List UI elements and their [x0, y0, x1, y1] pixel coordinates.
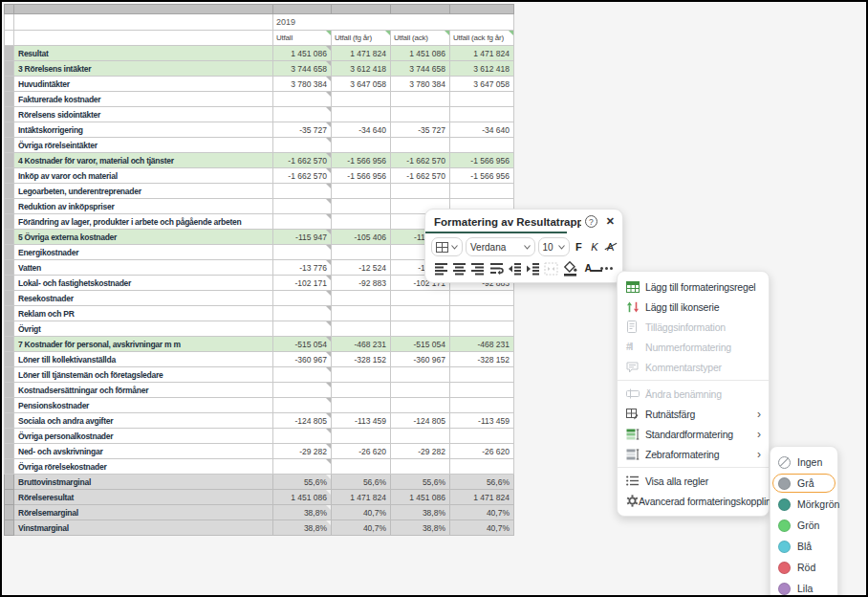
row-label[interactable]: Vatten: [14, 260, 273, 276]
cell-value[interactable]: -26 620: [450, 444, 514, 459]
cell-value[interactable]: 40,7%: [450, 505, 514, 520]
cell-value[interactable]: [391, 306, 450, 321]
row-label[interactable]: Reduktion av inköpspriser: [14, 199, 273, 214]
menu-item-visa-alla-regler[interactable]: Visa alla regler: [618, 471, 769, 491]
cell-value[interactable]: -1 566 956: [450, 168, 514, 184]
border-style-dropdown[interactable]: [431, 237, 463, 256]
row-gutter[interactable]: [5, 168, 14, 184]
menu-item-standardformatering[interactable]: Standardformatering›: [618, 424, 769, 444]
row-gutter[interactable]: [5, 92, 14, 107]
cell-value[interactable]: [391, 291, 450, 306]
cell-value[interactable]: -102 171: [273, 276, 332, 291]
align-right-button[interactable]: [469, 260, 486, 276]
column-header-3[interactable]: Utfall (ack): [391, 31, 450, 46]
cell-value[interactable]: 3 780 384: [391, 77, 450, 92]
cell-value[interactable]: -113 459: [450, 413, 514, 429]
row-label[interactable]: Rörelsens sidointäkter: [14, 107, 273, 122]
cell-value[interactable]: 40,7%: [450, 520, 514, 536]
cell-value[interactable]: -35 727: [273, 122, 332, 138]
cell-value[interactable]: [273, 321, 332, 337]
cell-value[interactable]: [273, 291, 332, 306]
cell-value[interactable]: -328 152: [332, 352, 391, 367]
row-label[interactable]: Övriga rörelsekostnader: [14, 459, 273, 475]
menu-item-lagg-till-ikonserie[interactable]: Lägg till ikonserie: [618, 297, 769, 317]
cell-value[interactable]: -1 662 570: [391, 153, 450, 168]
row-gutter[interactable]: [5, 14, 14, 31]
cell-value[interactable]: 3 744 658: [391, 61, 450, 77]
cell-value[interactable]: [391, 138, 450, 153]
cell-value[interactable]: 55,6%: [273, 475, 332, 490]
row-gutter[interactable]: [5, 77, 14, 92]
year-header-cell[interactable]: 2019: [273, 14, 514, 31]
cell-value[interactable]: -1 566 956: [332, 168, 391, 184]
cell-value[interactable]: [332, 184, 391, 199]
column-header-4[interactable]: Utfall (ack fg år): [450, 31, 514, 46]
cell-value[interactable]: [450, 291, 514, 306]
cell-value[interactable]: 56,6%: [332, 475, 391, 490]
row-gutter[interactable]: [5, 230, 14, 245]
cell-value[interactable]: 55,6%: [391, 475, 450, 490]
row-gutter[interactable]: [5, 413, 14, 429]
color-option-gra[interactable]: Grå: [770, 473, 837, 494]
row-label[interactable]: 7 Kostnader för personal, avskrivningar …: [14, 337, 273, 352]
cell-value[interactable]: [391, 459, 450, 475]
column-header-2[interactable]: Utfall (fg år): [332, 31, 391, 46]
cell-value[interactable]: [273, 429, 332, 444]
row-gutter[interactable]: [5, 291, 14, 306]
cell-value[interactable]: [391, 321, 450, 337]
cell-value[interactable]: -360 967: [273, 352, 332, 367]
cell-value[interactable]: [391, 383, 450, 398]
row-gutter[interactable]: [5, 352, 14, 367]
label-header-cell[interactable]: [14, 31, 273, 46]
cell-value[interactable]: [450, 398, 514, 413]
cell-value[interactable]: -1 566 956: [450, 153, 514, 168]
cell-value[interactable]: -92 883: [332, 276, 391, 291]
cell-value[interactable]: [332, 92, 391, 107]
cell-value[interactable]: [332, 107, 391, 122]
cell-value[interactable]: [332, 245, 391, 260]
cell-value[interactable]: 1 451 086: [391, 490, 450, 505]
cell-value[interactable]: 3 612 418: [450, 61, 514, 77]
menu-item-rutnatsfarg[interactable]: Rutnätsfärg›: [618, 404, 769, 424]
color-option-gron[interactable]: Grön: [770, 515, 837, 536]
cell-value[interactable]: [450, 92, 514, 107]
row-label[interactable]: Vinstmarginal: [14, 520, 273, 536]
cell-value[interactable]: [450, 184, 514, 199]
cell-value[interactable]: 3 612 418: [332, 61, 391, 77]
cell-value[interactable]: [450, 459, 514, 475]
row-label[interactable]: Sociala och andra avgifter: [14, 413, 273, 429]
row-label[interactable]: Reklam och PR: [14, 306, 273, 321]
cell-value[interactable]: -328 152: [450, 352, 514, 367]
cell-value[interactable]: -105 406: [332, 230, 391, 245]
row-gutter[interactable]: [5, 490, 14, 505]
cell-value[interactable]: [391, 184, 450, 199]
row-label[interactable]: Legoarbeten, underentreprenader: [14, 184, 273, 199]
color-option-bla[interactable]: Blå: [770, 536, 837, 557]
column-strip[interactable]: [5, 5, 514, 14]
bold-button[interactable]: F: [573, 238, 585, 255]
row-gutter[interactable]: [5, 383, 14, 398]
cell-value[interactable]: 3 744 658: [273, 61, 332, 77]
cell-value[interactable]: [450, 429, 514, 444]
color-option-lila[interactable]: Lila: [770, 578, 837, 597]
cell-value[interactable]: 38,8%: [273, 505, 332, 520]
text-color-button[interactable]: A: [580, 260, 597, 276]
cell-value[interactable]: [391, 92, 450, 107]
cell-value[interactable]: -34 640: [332, 122, 391, 138]
row-label[interactable]: Övrigt: [14, 321, 273, 337]
row-label[interactable]: 4 Kostnader för varor, material och tjän…: [14, 153, 273, 168]
cell-value[interactable]: [273, 138, 332, 153]
cell-value[interactable]: -115 947: [273, 230, 332, 245]
cell-value[interactable]: [332, 291, 391, 306]
merge-cells-button[interactable]: [543, 260, 559, 276]
row-label[interactable]: Huvudintäkter: [14, 77, 273, 92]
menu-item-avancerad-formateringskoppling[interactable]: Avancerad formateringskoppling: [618, 491, 769, 511]
cell-value[interactable]: 3 647 058: [332, 77, 391, 92]
cell-value[interactable]: [332, 138, 391, 153]
row-gutter[interactable]: [5, 321, 14, 337]
row-gutter[interactable]: [5, 475, 14, 490]
cell-value[interactable]: 40,7%: [332, 520, 391, 536]
row-label[interactable]: Energikostnader: [14, 245, 273, 260]
row-gutter[interactable]: [5, 122, 14, 138]
cell-value[interactable]: [450, 306, 514, 321]
